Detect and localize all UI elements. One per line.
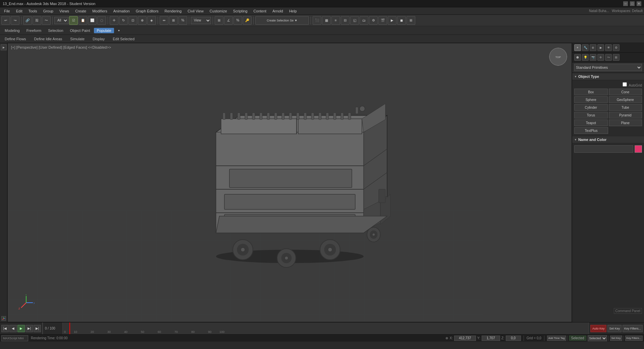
play-btn[interactable]: ▶: [17, 325, 25, 332]
hierarchy-tab[interactable]: ⊕: [590, 44, 596, 51]
menu-arnold[interactable]: Arnold: [270, 8, 286, 14]
array-btn[interactable]: ▦: [322, 16, 331, 25]
next-frame-btn[interactable]: ▶|: [25, 325, 33, 332]
lasso-select[interactable]: ◌: [97, 16, 106, 25]
unlink-button[interactable]: ⛓: [33, 16, 41, 25]
render-btn3[interactable]: ◼: [397, 16, 406, 25]
add-key-btn[interactable]: Set Key: [607, 325, 622, 332]
geosphere-btn[interactable]: GeoSphere: [609, 96, 642, 103]
align-btn2[interactable]: ≡: [331, 16, 340, 25]
prev-frame-btn[interactable]: ◀: [9, 325, 17, 332]
systems-tab[interactable]: ⊞: [613, 54, 620, 61]
nav-cube[interactable]: TOP: [548, 47, 568, 67]
menu-customize[interactable]: Customize: [207, 8, 230, 14]
go-end-btn[interactable]: ▶|: [34, 325, 41, 332]
menu-create[interactable]: Create: [72, 8, 89, 14]
lights-tab[interactable]: 💡: [582, 54, 589, 61]
torus-btn[interactable]: Torus: [574, 112, 608, 118]
go-start-btn[interactable]: |◀: [1, 325, 9, 332]
render-btn2[interactable]: ▶: [388, 16, 396, 25]
tube-btn[interactable]: Tube: [609, 104, 642, 111]
spinner-snap[interactable]: %: [233, 16, 242, 25]
spacewarps-tab[interactable]: 〜: [605, 54, 612, 61]
modify-tab[interactable]: 🔧: [582, 44, 589, 51]
teapot-btn[interactable]: Teapot: [574, 119, 608, 126]
filter-dropdown[interactable]: All: [54, 17, 68, 24]
helpers-tab[interactable]: ✛: [597, 54, 604, 61]
menu-graph-editors[interactable]: Graph Editors: [133, 8, 161, 14]
align-tool[interactable]: ⊞: [169, 16, 178, 25]
display-btn[interactable]: Display: [90, 36, 107, 42]
edit-selected-btn[interactable]: Edit Selected: [110, 36, 137, 42]
sphere-btn[interactable]: Sphere: [574, 96, 608, 103]
coord-z-value[interactable]: 0,0: [506, 336, 521, 341]
create-tab[interactable]: ✦: [574, 44, 581, 51]
viewport[interactable]: [+] [Perspective] [User Defined] [Edged …: [7, 43, 572, 322]
menu-edit[interactable]: Edit: [13, 8, 25, 14]
rotate-tool[interactable]: ↻: [119, 16, 128, 25]
box-btn[interactable]: Box: [574, 89, 608, 95]
undo-button[interactable]: ↩: [1, 16, 10, 25]
left-expand-btn[interactable]: ▶: [1, 44, 7, 50]
scale-tool[interactable]: ⊡: [128, 16, 137, 25]
menu-animation[interactable]: Animation: [111, 8, 132, 14]
menu-help[interactable]: Help: [286, 8, 300, 14]
tab-selection[interactable]: Selection: [45, 28, 66, 33]
rect-select[interactable]: ⬜: [88, 16, 97, 25]
timeline-scrubber[interactable]: [69, 322, 70, 334]
tab-freeform[interactable]: Freeform: [24, 28, 44, 33]
menu-tools[interactable]: Tools: [26, 8, 40, 14]
tab-populate[interactable]: Populate: [94, 28, 114, 33]
quick-align[interactable]: ⊟: [341, 16, 350, 25]
camera-tab[interactable]: 📷: [590, 54, 596, 61]
maxscript-mini[interactable]: MAXScript Mini: [1, 335, 28, 341]
key-snap[interactable]: 🔑: [243, 16, 252, 25]
name-color-header[interactable]: ▼ Name and Color: [572, 136, 644, 143]
mirror-btn2[interactable]: ⬛: [313, 16, 321, 25]
define-flows-btn[interactable]: Define Flows: [2, 36, 29, 42]
motion-tab[interactable]: ▶: [597, 44, 604, 51]
coord-x-value[interactable]: 412,737: [454, 336, 476, 341]
timeline-track[interactable]: 0 10 20 30 40 50 60 70 80 90 100: [63, 322, 589, 334]
menu-file[interactable]: File: [1, 8, 13, 14]
menu-views[interactable]: Views: [57, 8, 72, 14]
link-button[interactable]: 🔗: [23, 16, 32, 25]
render-btn4[interactable]: ⊞: [407, 16, 415, 25]
select-by-name[interactable]: 📋: [78, 16, 87, 25]
utilities-tab[interactable]: ⚙: [613, 44, 620, 51]
textplus-btn[interactable]: TextPlus: [574, 127, 608, 134]
shapes-tab[interactable]: ⬟: [574, 54, 581, 61]
menu-civil-view[interactable]: Civil View: [185, 8, 206, 14]
set-key-status-btn[interactable]: Set Key: [610, 336, 622, 341]
select-object[interactable]: ☑: [69, 16, 78, 25]
menu-content[interactable]: Content: [251, 8, 269, 14]
layer-btn[interactable]: ◱: [350, 16, 359, 25]
display-tab[interactable]: 👁: [605, 44, 612, 51]
pyramid-btn[interactable]: Pyramid: [609, 112, 642, 118]
cylinder-btn[interactable]: Cylinder: [574, 104, 608, 111]
bind-space-warp[interactable]: 〜: [42, 16, 51, 25]
populate-dot[interactable]: •: [115, 27, 122, 34]
redo-button[interactable]: ↪: [11, 16, 19, 25]
maximize-button[interactable]: □: [630, 1, 635, 6]
view-dropdown[interactable]: View: [191, 17, 211, 24]
key-filters-btn[interactable]: Key Filters...: [623, 325, 643, 332]
render-scene[interactable]: 🎬: [378, 16, 387, 25]
percent-snap[interactable]: %: [178, 16, 187, 25]
selected-dropdown[interactable]: Selected: [588, 335, 607, 341]
tab-modeling[interactable]: Modeling: [2, 28, 22, 33]
minimize-button[interactable]: ─: [623, 1, 628, 6]
menu-group[interactable]: Group: [40, 8, 56, 14]
menu-modifiers[interactable]: Modifiers: [90, 8, 110, 14]
snap-toggle[interactable]: ⊞: [215, 16, 223, 25]
angle-snap[interactable]: ∠: [224, 16, 233, 25]
menu-scripting[interactable]: Scripting: [230, 8, 250, 14]
select-pivot[interactable]: ◈: [147, 16, 156, 25]
coord-y-value[interactable]: 1,707: [482, 336, 500, 341]
mirror-tool[interactable]: ⇔: [160, 16, 168, 25]
autokey-btn[interactable]: Auto Key: [590, 325, 607, 332]
time-tag-btn[interactable]: Add Time Tag: [547, 336, 566, 341]
simulate-btn[interactable]: Simulate: [67, 36, 87, 42]
scene-explore[interactable]: 🗂: [360, 16, 368, 25]
color-swatch[interactable]: [635, 145, 642, 153]
